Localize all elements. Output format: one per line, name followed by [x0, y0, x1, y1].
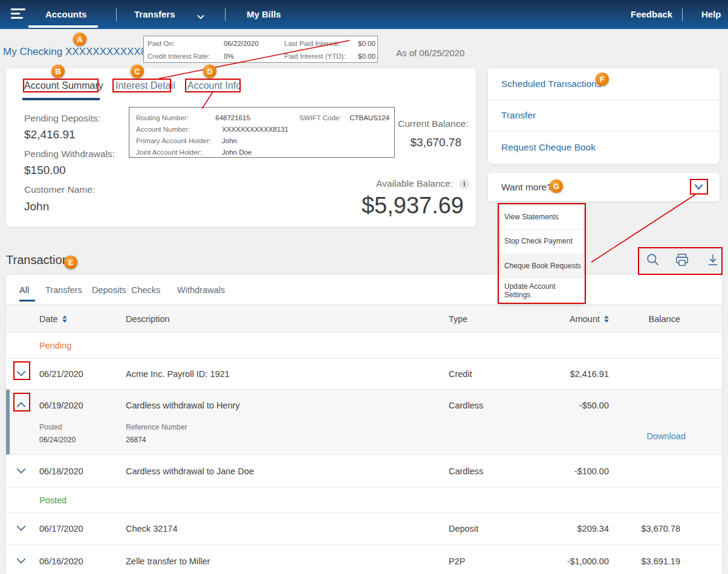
tx-active-tab-underline	[19, 300, 35, 302]
tx-date: 06/17/2020	[39, 524, 126, 534]
tx-amount: $209.34	[527, 524, 609, 534]
tx-date: 06/19/2020	[39, 401, 126, 410]
tx-amount: -$50.00	[527, 401, 609, 410]
amount-sort-icon[interactable]	[604, 315, 609, 323]
detail-reference-number: 26874	[126, 436, 187, 444]
download-icon[interactable]	[705, 252, 721, 270]
joint-holder-label: Joint Account Holder:	[136, 147, 222, 158]
tx-type: Cardless	[449, 466, 527, 476]
menu-item-view-statements[interactable]: View Statements	[500, 205, 583, 230]
tx-tab-transfers[interactable]: Transfers	[45, 285, 82, 295]
current-balance-label: Current Balance:	[398, 118, 468, 129]
annotation-letter-c: C	[131, 65, 144, 78]
tx-type: Cardless	[449, 401, 527, 410]
tx-tab-all[interactable]: All	[19, 285, 29, 295]
annotation-letter-d: D	[203, 65, 216, 78]
nav-item-feedback[interactable]: Feedback	[631, 9, 672, 19]
hamburger-menu-icon[interactable]	[11, 8, 27, 21]
tx-type: P2P	[449, 556, 527, 566]
tx-tab-checks[interactable]: Checks	[131, 285, 160, 295]
customer-name-label: Customer Name:	[24, 184, 95, 195]
available-balance-value: $5,937.69	[362, 193, 464, 219]
interest-summary-box: Paid On: 06/22/2020 Last Paid Interest: …	[143, 36, 378, 63]
nav-item-help[interactable]: Help	[701, 9, 721, 19]
group-label-pending: Pending	[6, 333, 722, 359]
annotation-letter-f: F	[596, 73, 609, 86]
link-transfer[interactable]: Transfer	[488, 100, 720, 132]
info-icon[interactable]: i	[459, 179, 469, 189]
tab-interest-detail[interactable]: Interest Detail	[115, 80, 175, 91]
menu-item-update-account-settings[interactable]: Update Account Settings	[500, 279, 583, 303]
nav-item-my-bills[interactable]: My Bills	[247, 9, 281, 19]
pending-deposits-value: $2,416.91	[24, 128, 76, 141]
row-expand-chevron-down-icon[interactable]	[16, 467, 27, 474]
print-icon[interactable]	[674, 252, 691, 270]
menu-item-stop-check-payment[interactable]: Stop Check Payment	[500, 230, 583, 254]
accounts-active-underline	[28, 25, 98, 28]
tx-date: 06/18/2020	[39, 466, 126, 476]
row-expand-chevron-down-icon[interactable]	[16, 370, 27, 377]
table-row[interactable]: 06/21/2020 Acme Inc. Payroll ID: 1921 Cr…	[6, 359, 722, 390]
download-receipt-link[interactable]: Download	[647, 431, 686, 441]
top-navigation-bar: Accounts Transfers My Bills Feedback Hel…	[0, 0, 728, 29]
credit-interest-rate-value: 0%	[224, 53, 284, 62]
tx-balance: $3,670.78	[609, 524, 680, 534]
tx-amount: $2,416.91	[527, 369, 609, 379]
want-more-card: Want more?	[488, 173, 720, 201]
nav-item-transfers[interactable]: Transfers	[134, 9, 175, 19]
nav-item-accounts[interactable]: Accounts	[45, 9, 86, 19]
nav-divider	[682, 8, 683, 21]
tx-tab-deposits[interactable]: Deposits	[92, 285, 126, 295]
tx-tab-withdrawals[interactable]: Withdrawals	[177, 285, 225, 295]
transaction-detail-panel: Posted 06/24/2020 Reference Number 26874…	[6, 421, 722, 454]
available-balance-label: Available Balance:	[376, 178, 453, 189]
tx-amount: -$1,000.00	[527, 556, 609, 566]
paid-interest-ytd-value: $0.00	[358, 53, 375, 62]
credit-interest-rate-label: Credit Interest Rate:	[148, 53, 224, 62]
account-info-box: Routing Number: 648721615 SWIFT Code: CT…	[129, 107, 395, 158]
table-row[interactable]: 06/19/2020 Cardless withdrawal to Henry …	[6, 390, 722, 421]
paid-interest-ytd-label: Paid Interest (YTD):	[284, 53, 358, 62]
tab-account-summary[interactable]: Account Summary	[24, 80, 103, 91]
group-label-posted: Posted	[6, 488, 722, 512]
want-more-dropdown-menu: View Statements Stop Check Payment Chequ…	[500, 205, 583, 303]
account-summary-card: Account Summary Interest Detail Account …	[6, 68, 476, 227]
nav-divider	[225, 8, 226, 21]
link-request-cheque-book[interactable]: Request Cheque Book	[488, 132, 720, 164]
row-expand-chevron-down-icon[interactable]	[16, 524, 27, 532]
column-header-amount: Amount	[570, 314, 600, 324]
tx-description: Acme Inc. Payroll ID: 1921	[126, 369, 449, 379]
annotation-letter-g: G	[550, 179, 563, 193]
want-more-chevron-down-icon[interactable]	[694, 182, 704, 193]
tx-amount: -$100.00	[527, 466, 609, 476]
tab-account-info[interactable]: Account Info	[187, 80, 241, 91]
nav-divider	[116, 8, 117, 21]
date-sort-icon[interactable]	[62, 315, 67, 323]
table-row[interactable]: 06/18/2020 Cardless withdrawal to Jane D…	[6, 455, 722, 488]
search-icon[interactable]	[645, 252, 661, 270]
row-collapse-chevron-up-icon[interactable]	[16, 401, 27, 408]
pending-withdrawals-value: $150.00	[24, 164, 66, 177]
account-title: My Checking XXXXXXXXXXX8131	[3, 46, 164, 58]
tx-description: Cardless withdrawal to Jane Doe	[126, 466, 449, 476]
tx-description: Check 32174	[126, 524, 449, 534]
tx-type: Deposit	[449, 524, 527, 534]
table-row[interactable]: 06/16/2020 Zelle transfer to Miller P2P …	[6, 545, 722, 574]
transfers-chevron-down-icon[interactable]	[197, 11, 205, 22]
want-more-label: Want more?	[501, 182, 552, 193]
table-row[interactable]: 06/17/2020 Check 32174 Deposit $209.34 $…	[6, 512, 722, 545]
transactions-tab-strip: All Transfers Deposits Checks Withdrawal…	[6, 275, 722, 305]
customer-name-value: John	[24, 200, 49, 213]
detail-reference-label: Reference Number	[126, 423, 187, 431]
tx-description: Zelle transfer to Miller	[126, 556, 449, 566]
menu-item-cheque-book-requests[interactable]: Cheque Book Requests	[500, 254, 583, 279]
account-number-value: XXXXXXXXXXX8131	[222, 124, 313, 135]
annotation-letter-a: A	[73, 33, 86, 46]
detail-posted-date: 06/24/2020	[39, 436, 76, 444]
swift-code-value: CTBAUS124	[349, 112, 389, 124]
paid-on-label: Paid On:	[148, 40, 224, 50]
column-header-type: Type	[449, 314, 527, 324]
tx-type: Credit	[449, 369, 527, 379]
transactions-table-header: Date Description Type Amount Balance	[6, 305, 722, 333]
row-expand-chevron-down-icon[interactable]	[16, 557, 27, 564]
